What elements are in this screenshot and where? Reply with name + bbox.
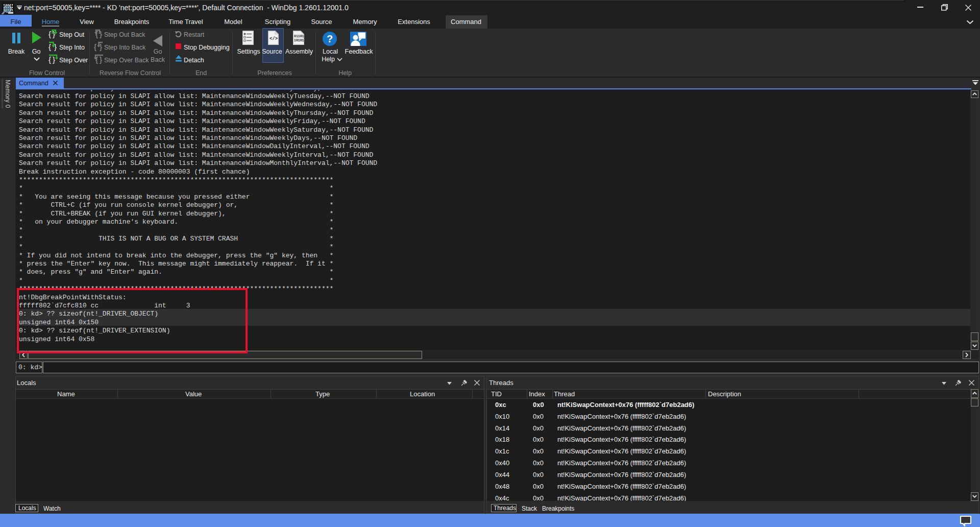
svg-text:}: }: [100, 55, 102, 64]
svg-text:</>: </>: [270, 36, 278, 41]
svg-text:}: }: [53, 55, 55, 64]
svg-text:01101: 01101: [294, 35, 304, 38]
svg-text:}: }: [54, 42, 57, 51]
svg-text:10101: 10101: [294, 39, 304, 42]
svg-text:{: {: [94, 42, 96, 51]
svg-text:{: {: [48, 42, 51, 51]
svg-text:{: {: [48, 30, 51, 38]
svg-text:}: }: [100, 42, 102, 51]
svg-text:}: }: [53, 30, 55, 38]
svg-text:{: {: [48, 55, 51, 64]
